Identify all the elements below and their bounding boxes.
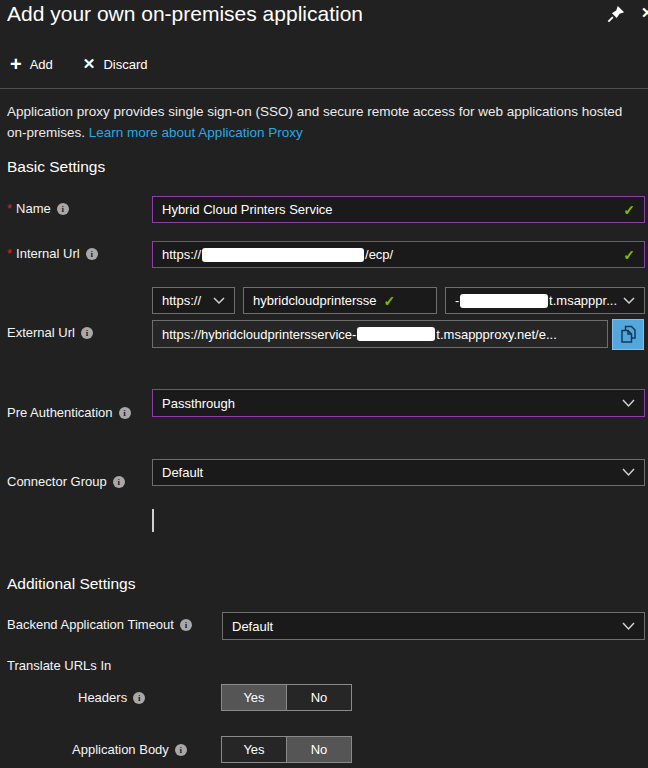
external-scheme-select[interactable]: https:// — [152, 287, 235, 314]
name-input[interactable]: Hybrid Cloud Printers Service ✓ — [152, 196, 645, 223]
plus-icon: + — [10, 55, 22, 73]
redacted-text — [460, 294, 548, 308]
chevron-down-icon — [616, 396, 635, 411]
page-title: Add your own on-premises application — [7, 2, 363, 26]
backend-timeout-label: Backend Application Timeouti — [7, 617, 192, 632]
external-url-full-prefix: https://hybridcloudprintersservice- — [162, 327, 356, 342]
blade-description: Application proxy provides single sign-o… — [7, 101, 629, 143]
application-body-toggle: Yes No — [221, 736, 352, 763]
copy-button[interactable] — [612, 319, 644, 350]
info-icon[interactable]: i — [86, 248, 98, 260]
external-url-full-suffix: t.msappproxy.net/e... — [436, 327, 556, 342]
x-icon: ✕ — [83, 56, 96, 72]
external-domain-suffix: t.msapppr... — [549, 293, 617, 308]
pre-auth-select[interactable]: Passthrough — [152, 389, 645, 417]
discard-button-label: Discard — [103, 57, 147, 72]
additional-settings-heading: Additional Settings — [7, 575, 135, 593]
external-scheme-value: https:// — [162, 293, 201, 308]
external-url-label: External Urli — [7, 325, 93, 340]
internal-url-prefix: https:// — [162, 247, 201, 262]
info-icon[interactable]: i — [119, 407, 131, 419]
external-host-value: hybridcloudprintersse — [253, 293, 377, 308]
external-domain-select[interactable]: - t.msapppr... — [445, 287, 645, 314]
info-icon[interactable]: i — [180, 619, 192, 631]
application-body-yes-button[interactable]: Yes — [221, 736, 287, 763]
valid-check-icon: ✓ — [384, 293, 396, 309]
internal-url-suffix: /ecp/ — [365, 247, 393, 262]
chevron-down-icon — [617, 293, 635, 308]
pre-auth-label: Pre Authenticationi — [7, 405, 131, 420]
internal-url-input[interactable]: https:// /ecp/ ✓ — [152, 241, 645, 268]
external-host-input[interactable]: hybridcloudprintersse ✓ — [243, 287, 437, 314]
chevron-down-icon — [616, 465, 635, 480]
headers-toggle: Yes No — [221, 684, 352, 711]
add-button-label: Add — [30, 57, 53, 72]
chevron-down-icon — [207, 293, 225, 308]
pin-icon[interactable] — [607, 5, 625, 23]
external-url-readonly: https://hybridcloudprintersservice- t.ms… — [152, 320, 608, 348]
valid-check-icon: ✓ — [623, 247, 635, 263]
name-label: *Namei — [7, 201, 69, 216]
application-body-no-button[interactable]: No — [286, 736, 352, 763]
pre-auth-value: Passthrough — [162, 396, 235, 411]
copy-icon — [619, 324, 638, 345]
learn-more-link[interactable]: Learn more about Application Proxy — [89, 125, 303, 140]
name-value: Hybrid Cloud Printers Service — [162, 202, 333, 217]
divider — [0, 88, 648, 89]
headers-label: Headersi — [78, 690, 145, 705]
chevron-down-icon — [616, 619, 635, 634]
info-icon[interactable]: i — [133, 692, 145, 704]
required-asterisk: * — [7, 201, 12, 216]
internal-url-label: *Internal Urli — [7, 246, 98, 261]
command-bar: + Add ✕ Discard — [10, 55, 147, 73]
discard-button[interactable]: ✕ Discard — [83, 55, 148, 73]
translate-urls-heading: Translate URLs In — [7, 658, 111, 673]
external-domain-dash: - — [455, 293, 459, 308]
application-body-label: Application Bodyi — [72, 742, 187, 757]
valid-check-icon: ✓ — [623, 202, 635, 218]
backend-timeout-select[interactable]: Default — [222, 612, 645, 640]
add-button[interactable]: + Add — [10, 55, 53, 73]
redacted-text — [357, 327, 435, 341]
close-icon[interactable]: ✕ — [641, 4, 648, 22]
app-proxy-blade: Add your own on-premises application ✕ +… — [0, 0, 648, 768]
info-icon[interactable]: i — [81, 327, 93, 339]
headers-yes-button[interactable]: Yes — [221, 684, 287, 711]
text-cursor — [152, 509, 154, 532]
info-icon[interactable]: i — [175, 744, 187, 756]
headers-no-button[interactable]: No — [286, 684, 352, 711]
redacted-text — [202, 248, 364, 262]
connector-group-value: Default — [162, 465, 203, 480]
required-asterisk: * — [7, 246, 12, 261]
backend-timeout-value: Default — [232, 619, 273, 634]
basic-settings-heading: Basic Settings — [7, 158, 105, 176]
info-icon[interactable]: i — [113, 476, 125, 488]
connector-group-select[interactable]: Default — [152, 459, 645, 486]
info-icon[interactable]: i — [57, 203, 69, 215]
connector-group-label: Connector Groupi — [7, 474, 125, 489]
